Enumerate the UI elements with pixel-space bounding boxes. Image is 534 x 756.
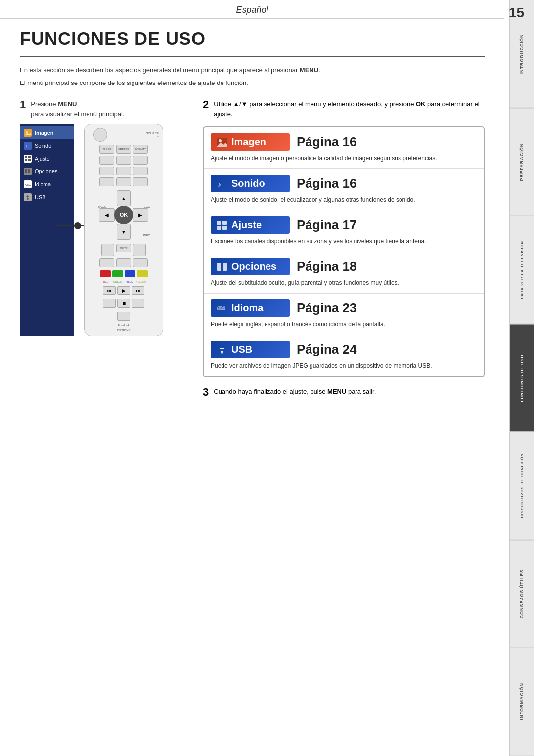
top-bar: Español bbox=[0, 0, 504, 19]
card-idioma-desc: Puede elegir inglés, español o francés c… bbox=[211, 320, 477, 329]
side-tab-funciones[interactable]: FUNCIONES DE USO bbox=[509, 324, 534, 432]
remote-btn-3c[interactable] bbox=[133, 177, 148, 186]
svg-text:♪: ♪ bbox=[25, 144, 28, 148]
right-column: 2 Utilice ▲/▼ para seleccionar el menu y… bbox=[203, 99, 485, 398]
svg-rect-4 bbox=[25, 156, 27, 158]
play-btn[interactable]: ▶ bbox=[117, 286, 130, 295]
remote-row-1 bbox=[89, 156, 159, 165]
card-usb-desc: Puede ver archivos de imagen JPEG guarda… bbox=[211, 361, 477, 370]
card-imagen-page: Página 16 bbox=[297, 134, 356, 150]
svg-text:EFGH: EFGH bbox=[217, 308, 225, 311]
remote-btn-2a[interactable] bbox=[99, 167, 114, 175]
format-label: FORMAT bbox=[135, 148, 146, 151]
remote-sleep-btn[interactable]: SLEEP bbox=[99, 145, 114, 154]
card-ajuste-desc: Escanee los canales disponibles en su zo… bbox=[211, 237, 477, 246]
remote-source-row: SOURCE○ bbox=[89, 128, 159, 142]
side-tab-informacion[interactable]: INFORMACIÓN bbox=[509, 648, 534, 756]
ajuste-icon-svg bbox=[217, 221, 227, 230]
remote-btn-1a[interactable] bbox=[99, 156, 114, 165]
dpad: BACK ECO ▲ ▼ ◀ ▶ OK INFO bbox=[99, 190, 148, 240]
card-usb-header: USB Página 24 bbox=[211, 341, 477, 358]
ffwd-btn[interactable]: ⏭ bbox=[132, 286, 144, 295]
media-buttons: ⏮ ▶ ⏭ bbox=[103, 286, 144, 295]
mini-icon-idioma: ABC bbox=[24, 180, 32, 188]
remote-freeze-btn[interactable]: FREEZE bbox=[116, 145, 131, 154]
idioma-icon-svg: ABCD EFGH bbox=[217, 304, 227, 313]
card-ajuste-page: Página 17 bbox=[297, 217, 356, 233]
media-btn-c[interactable] bbox=[132, 299, 144, 308]
yellow-label: YELLOW bbox=[136, 280, 147, 283]
mute-label: MUTE bbox=[120, 247, 128, 250]
step2-number: 2 bbox=[203, 99, 209, 110]
svg-point-24 bbox=[221, 352, 223, 354]
remote-row-3 bbox=[89, 177, 159, 186]
remote-circle-btn[interactable] bbox=[93, 128, 107, 142]
imagen-icon-svg bbox=[217, 138, 227, 147]
stop-btn[interactable]: ⏹ bbox=[117, 299, 130, 308]
mini-label-imagen: Imagen bbox=[35, 130, 54, 136]
card-idioma-box: ABCD EFGH Idioma bbox=[211, 299, 290, 317]
remote-btn-1c[interactable] bbox=[133, 156, 148, 165]
card-imagen-title: Imagen bbox=[231, 136, 266, 148]
prev-btn[interactable]: ⏮ bbox=[103, 286, 116, 295]
remote-btn-1b[interactable] bbox=[116, 156, 131, 165]
mini-menu-item-usb: USB bbox=[20, 191, 74, 204]
media-btn-d[interactable] bbox=[117, 312, 130, 321]
svg-rect-9 bbox=[28, 169, 30, 173]
dpad-down[interactable]: ▼ bbox=[117, 224, 131, 240]
mini-label-idioma: Idioma bbox=[35, 181, 51, 187]
dpad-left[interactable]: ◀ bbox=[99, 208, 115, 222]
card-opciones: Opciones Página 18 Ajuste del subtitulad… bbox=[204, 252, 484, 294]
ok-button[interactable]: OK bbox=[114, 206, 133, 224]
side-tab-preparacion[interactable]: PREPARACIÓN bbox=[509, 108, 534, 216]
remote-num-3[interactable] bbox=[133, 258, 148, 267]
media-btn-a[interactable] bbox=[103, 299, 116, 308]
intro-text-2: El menú principal se compone de los sigu… bbox=[20, 78, 485, 88]
remote-body: SOURCE○ SLEEP FREEZE FORMAT bbox=[84, 124, 163, 336]
mini-label-ajuste: Ajuste bbox=[35, 156, 50, 162]
mini-menu-item-idioma: ABC Idioma bbox=[20, 178, 74, 191]
svg-rect-20 bbox=[217, 263, 221, 271]
remote-btn-2c[interactable] bbox=[133, 167, 148, 175]
remote-empty-left[interactable] bbox=[101, 244, 114, 256]
card-ajuste-header: Ajuste Página 17 bbox=[211, 216, 477, 234]
green-btn[interactable] bbox=[112, 270, 123, 277]
svg-point-13 bbox=[219, 139, 222, 142]
side-tab-dispositivos[interactable]: DISPOSITIVOS DE CONEXIÓN bbox=[509, 432, 534, 540]
side-tab-television[interactable]: PARA VER LA TELEVISIÓN bbox=[509, 216, 534, 324]
mini-icon-usb bbox=[24, 193, 32, 201]
remote-btn-2b[interactable] bbox=[116, 167, 131, 175]
blue-btn[interactable] bbox=[125, 270, 135, 277]
remote-format-btn[interactable]: FORMAT bbox=[133, 145, 148, 154]
remote-empty-right[interactable] bbox=[133, 244, 146, 256]
remote-btn-3a[interactable] bbox=[99, 177, 114, 186]
step1-header: 1 Presione MENUpara visualizar el menú p… bbox=[20, 99, 188, 119]
side-tab-consejos[interactable]: CONSEJOS ÚTILES bbox=[509, 540, 534, 648]
remote-num-1[interactable] bbox=[99, 258, 114, 267]
svg-rect-21 bbox=[223, 263, 227, 271]
remote-mute-btn[interactable]: MUTE bbox=[116, 244, 131, 252]
media-buttons-2: ⏹ bbox=[103, 299, 144, 308]
card-ajuste-box: Ajuste bbox=[211, 216, 290, 234]
dpad-up[interactable]: ▲ bbox=[117, 190, 131, 206]
two-column-layout: 1 Presione MENUpara visualizar el menú p… bbox=[20, 99, 485, 398]
dpad-right[interactable]: ▶ bbox=[133, 208, 148, 222]
mini-menu: Imagen ♪ Sonido Ajuste bbox=[20, 124, 74, 336]
funlink-label: Fun-Link bbox=[118, 324, 129, 327]
remote-control: SOURCE○ SLEEP FREEZE FORMAT bbox=[84, 124, 168, 336]
card-opciones-title: Opciones bbox=[231, 261, 276, 272]
card-imagen: Imagen Página 16 Ajuste el modo de image… bbox=[204, 127, 484, 169]
card-idioma-page: Página 23 bbox=[297, 300, 356, 316]
card-opciones-box: Opciones bbox=[211, 258, 290, 275]
left-column: 1 Presione MENUpara visualizar el menú p… bbox=[20, 99, 188, 398]
yellow-btn[interactable] bbox=[137, 270, 148, 277]
remote-btn-3b[interactable] bbox=[116, 177, 131, 186]
card-opciones-header: Opciones Página 18 bbox=[211, 258, 477, 275]
color-buttons bbox=[100, 270, 148, 277]
page-title: FUNCIONES DE USO bbox=[20, 29, 485, 49]
remote-num-2[interactable] bbox=[116, 258, 131, 267]
svg-rect-16 bbox=[217, 221, 221, 225]
card-imagen-desc: Ajuste el modo de imagen o personalice l… bbox=[211, 154, 477, 163]
title-divider bbox=[20, 56, 485, 57]
red-btn[interactable] bbox=[100, 270, 111, 277]
